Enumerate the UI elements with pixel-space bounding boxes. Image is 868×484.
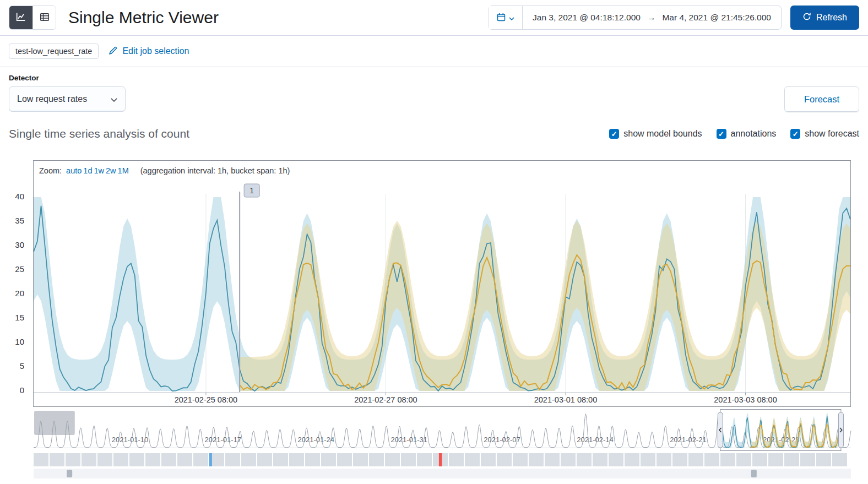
timeseries-chart-panel: Zoom: auto1d1w2w1M (aggregation interval…: [33, 160, 851, 407]
range-end[interactable]: Mar 4, 2021 @ 21:45:26.000: [662, 13, 771, 23]
annotations-lane: [34, 469, 851, 478]
checkbox-label: annotations: [731, 129, 777, 139]
chart-option-checkboxes: ✓show model bounds✓annotations✓show fore…: [609, 129, 859, 139]
anomaly-swimlane[interactable]: [34, 453, 847, 466]
single-metric-chart[interactable]: 2021-02-25 08:002021-02-27 08:002021-03-…: [34, 181, 850, 406]
y-axis-label: 5: [0, 361, 24, 371]
select-chevron-down-icon: [111, 94, 117, 104]
calendar-icon: [497, 13, 506, 23]
zoom-links: auto1d1w2w1M: [66, 166, 131, 175]
timeseries-chart-region: 0510152025303540 Zoom: auto1d1w2w1M (agg…: [0, 160, 868, 480]
arrow-right-icon: →: [647, 13, 656, 23]
x-axis-label: 2021-03-03 08:00: [714, 395, 777, 404]
series-heading: Single time series analysis of count: [9, 127, 189, 140]
page-title: Single Metric Viewer: [68, 8, 219, 27]
context-overview-chart[interactable]: 2021-01-102021-01-172021-01-242021-01-31…: [0, 409, 868, 480]
anomaly-marker-critical[interactable]: [439, 453, 442, 466]
detector-label: Detector: [9, 74, 859, 82]
annotation-badge[interactable]: 1: [244, 184, 259, 197]
checkbox-show-model-bounds[interactable]: ✓show model bounds: [609, 129, 702, 139]
context-x-axis-label: 2021-02-14: [577, 436, 614, 444]
range-start[interactable]: Jan 3, 2021 @ 04:18:12.000: [533, 13, 641, 23]
refresh-icon: [802, 12, 811, 23]
checkbox-annotations[interactable]: ✓annotations: [717, 129, 777, 139]
annotation-lane-marker[interactable]: [751, 470, 757, 477]
zoom-option-1d[interactable]: 1d: [83, 166, 92, 175]
refresh-button[interactable]: Refresh: [790, 6, 859, 30]
date-picker-quick-menu-button[interactable]: [489, 6, 523, 29]
context-x-axis-label: 2021-01-10: [112, 436, 149, 444]
anomaly-marker-low[interactable]: [209, 453, 212, 466]
annotation-lane-marker[interactable]: [67, 470, 72, 477]
refresh-label: Refresh: [816, 13, 847, 23]
view-toggle-group: [9, 6, 56, 30]
checkbox-show-forecast[interactable]: ✓show forecast: [790, 129, 859, 139]
context-x-axis-label: 2021-01-24: [298, 436, 335, 444]
detector-section: Detector Low request rates Forecast: [0, 67, 868, 112]
y-axis-label: 20: [0, 289, 24, 298]
job-id-badge: test-low_request_rate: [9, 43, 99, 59]
checkbox-box[interactable]: ✓: [790, 129, 800, 139]
brush-handle-left[interactable]: [718, 412, 723, 448]
data-table-icon: [40, 12, 50, 24]
zoom-option-auto[interactable]: auto: [66, 166, 82, 175]
checkbox-label: show model bounds: [623, 129, 702, 139]
pencil-icon: [109, 46, 118, 57]
context-x-axis-label: 2021-02-07: [484, 436, 520, 444]
data-table-view-button[interactable]: [32, 6, 56, 29]
date-range-display[interactable]: Jan 3, 2021 @ 04:18:12.000 → Mar 4, 2021…: [523, 13, 781, 23]
y-axis-label: 30: [0, 240, 24, 249]
detector-selected-option: Low request rates: [17, 94, 87, 104]
y-axis-label: 35: [0, 216, 24, 225]
page-header: Single Metric Viewer Jan 3, 2021 @ 04:18…: [0, 0, 868, 36]
forecast-button[interactable]: Forecast: [784, 86, 859, 112]
context-x-axis-label: 2021-01-17: [205, 436, 242, 444]
zoom-option-1M[interactable]: 1M: [118, 166, 129, 175]
edit-job-selection-link[interactable]: Edit job selection: [109, 46, 189, 57]
checkbox-box[interactable]: ✓: [717, 129, 726, 139]
x-axis-label: 2021-02-25 08:00: [175, 395, 238, 404]
zoom-option-2w[interactable]: 2w: [106, 166, 116, 175]
context-x-axis-label: 2021-02-21: [670, 436, 707, 444]
zoom-bar: Zoom: auto1d1w2w1M (aggregation interval…: [34, 161, 850, 181]
y-axis-label: 10: [0, 337, 24, 346]
brush-handle-right[interactable]: [838, 412, 843, 448]
super-date-picker: Jan 3, 2021 @ 04:18:12.000 → Mar 4, 2021…: [489, 6, 782, 30]
y-axis-label: 40: [0, 192, 24, 201]
checkbox-box[interactable]: ✓: [609, 129, 619, 139]
series-heading-row: Single time series analysis of count ✓sh…: [0, 112, 868, 151]
line-chart-icon: [16, 12, 26, 24]
aggregation-info: (aggregation interval: 1h, bucket span: …: [140, 166, 290, 175]
edit-link-label: Edit job selection: [122, 46, 189, 56]
chart-view-button[interactable]: [9, 6, 32, 29]
zoom-option-1w[interactable]: 1w: [94, 166, 104, 175]
zoom-label: Zoom:: [39, 166, 62, 175]
chevron-down-icon: [509, 14, 514, 22]
job-selection-bar: test-low_request_rate Edit job selection: [0, 36, 868, 67]
context-x-axis-label: 2021-01-31: [390, 436, 427, 444]
svg-text:1: 1: [249, 186, 254, 195]
x-axis-label: 2021-03-01 08:00: [534, 395, 598, 404]
x-axis-label: 2021-02-27 08:00: [354, 395, 417, 404]
detector-select[interactable]: Low request rates: [9, 86, 126, 112]
y-axis-label: 15: [0, 313, 24, 322]
y-axis-label: 0: [0, 385, 24, 395]
y-axis-label: 25: [0, 264, 24, 274]
checkbox-label: show forecast: [805, 129, 859, 139]
